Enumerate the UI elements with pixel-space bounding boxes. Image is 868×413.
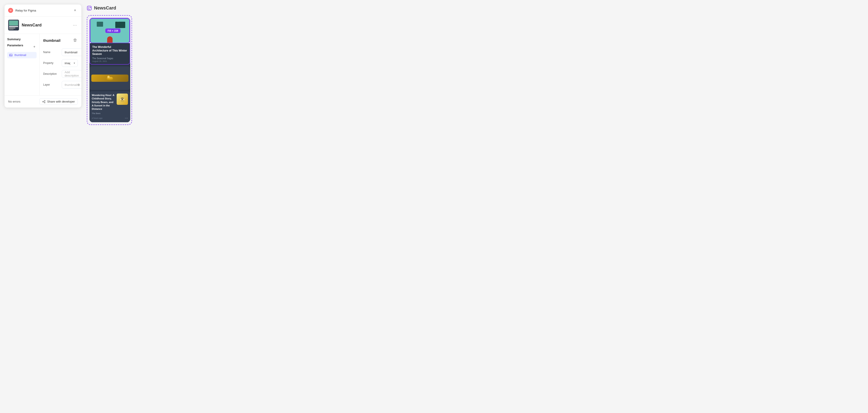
svg-point-13	[107, 76, 110, 78]
svg-point-9	[90, 7, 91, 8]
top-article-image: Fill × 158	[90, 18, 130, 43]
parameters-header: Parameters +	[7, 43, 37, 50]
panel-footer: No errors Share with developer	[4, 95, 81, 107]
detail-area: thumbnail Name Property image-content	[39, 34, 81, 95]
newscard-header-title: NewsCard	[94, 5, 116, 11]
share-icon	[42, 100, 45, 103]
layer-field-row: Layer thumbnail ⊕	[43, 81, 78, 89]
description-field-row: Description Add description	[43, 70, 78, 78]
handle-top-right[interactable]	[128, 18, 130, 20]
parameters-section-title: Parameters	[7, 43, 23, 47]
top-article-date: August 25, 2021	[92, 60, 127, 62]
parameter-name: thumbnail	[14, 54, 26, 57]
middle-article: The New Method to Making Breakfast Crepe…	[90, 66, 130, 90]
svg-line-6	[43, 101, 44, 101]
property-select-wrapper: image-content text-content visibility ▼	[62, 59, 78, 67]
top-article-source: The Seasonal Sagas	[92, 57, 127, 60]
share-button-label: Share with developer	[47, 100, 75, 103]
panel-header: Relay for Figma ×	[4, 4, 81, 17]
thumb-preview-image	[9, 21, 18, 26]
layer-field-value: thumbnail ⊕	[62, 81, 81, 89]
property-select[interactable]: image-content text-content visibility	[62, 59, 78, 67]
newscard-header: NewsCard	[87, 4, 864, 11]
summary-section-title: Summary	[7, 37, 37, 41]
description-field-label: Description	[43, 72, 59, 75]
newscard-container: Fill × 158 The Wonderful Architecture of…	[87, 15, 132, 125]
relay-icon	[87, 6, 92, 11]
bottom-article: Wondering Hour: A Childhood Story, Grizz…	[90, 91, 130, 122]
name-field-input[interactable]	[62, 49, 81, 56]
top-article: Fill × 158 The Wonderful Architecture of…	[90, 18, 130, 65]
thumb-line-3	[9, 29, 13, 30]
left-sidebar: Summary Parameters + thumbnail	[4, 34, 39, 95]
app-name-label: Relay for Figma	[16, 9, 70, 12]
bee-illustration	[117, 94, 128, 105]
no-errors-label: No errors	[8, 100, 20, 103]
bottom-article-source: The Bees	[92, 112, 128, 115]
thumb-preview	[8, 20, 19, 31]
handle-top-left[interactable]	[90, 18, 91, 20]
thumb-line-1	[9, 26, 18, 27]
svg-rect-8	[87, 6, 91, 10]
layer-field-label: Layer	[43, 83, 59, 86]
component-header: NewsCard ⋯	[4, 17, 81, 34]
bee-icon	[118, 95, 127, 104]
top-article-title: The Wonderful Architecture of This Winte…	[92, 45, 127, 56]
param-image-icon	[9, 53, 13, 57]
add-parameter-button[interactable]: +	[32, 44, 37, 49]
svg-point-3	[44, 100, 45, 101]
target-icon[interactable]: ⊕	[77, 83, 80, 87]
component-title: NewsCard	[22, 23, 69, 28]
svg-point-5	[44, 102, 45, 103]
thumb-line-2	[9, 28, 16, 29]
handle-bottom-left[interactable]	[90, 42, 91, 43]
svg-rect-1	[9, 54, 12, 56]
detail-title: thumbnail	[43, 39, 60, 43]
close-button[interactable]: ×	[72, 8, 78, 13]
layer-value-text: thumbnail	[65, 83, 77, 87]
handle-bottom-right[interactable]	[128, 42, 130, 43]
description-field-input[interactable]: Add description	[62, 70, 81, 78]
component-thumbnail	[8, 20, 19, 31]
app-icon	[8, 8, 13, 13]
middle-article-thumbnail	[91, 74, 128, 82]
top-article-content: The Wonderful Architecture of This Winte…	[90, 43, 130, 64]
bottom-article-footer: 4 hours ago ⋯	[92, 116, 128, 120]
fill-tooltip: Fill × 158	[105, 29, 121, 33]
delete-button[interactable]	[72, 37, 78, 44]
svg-line-7	[43, 102, 44, 102]
name-field-row: Name	[43, 49, 78, 56]
detail-header: thumbnail	[43, 37, 78, 44]
property-field-row: Property image-content text-content visi…	[43, 59, 78, 67]
panel-body: Summary Parameters + thumbnail thumbna	[4, 34, 81, 95]
more-options-button[interactable]: ⋯	[72, 22, 78, 29]
parameter-item-thumbnail[interactable]: thumbnail	[7, 52, 37, 58]
crepes-icon	[106, 74, 114, 82]
bottom-more-button[interactable]: ⋯	[125, 116, 128, 120]
left-panel: Relay for Figma × NewsCard ⋯ Summary Par…	[4, 4, 81, 107]
bottom-article-thumbnail	[117, 94, 128, 105]
share-with-developer-button[interactable]: Share with developer	[39, 98, 78, 105]
right-panel: NewsCard	[87, 4, 864, 125]
name-field-label: Name	[43, 51, 59, 54]
bottom-article-time: 4 hours ago	[92, 117, 103, 119]
property-field-label: Property	[43, 61, 59, 65]
news-card: Fill × 158 The Wonderful Architecture of…	[90, 18, 130, 122]
svg-point-4	[42, 101, 43, 102]
